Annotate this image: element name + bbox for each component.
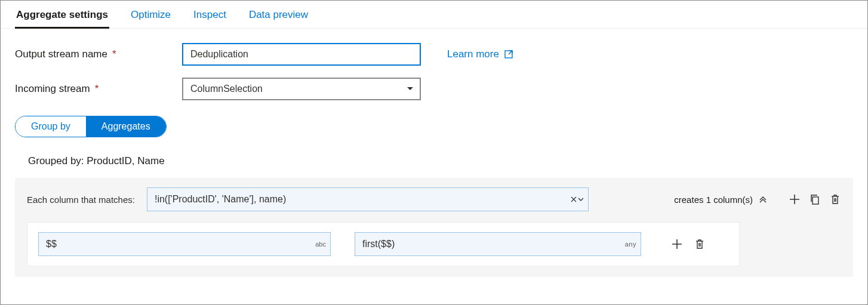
svg-rect-1	[812, 197, 818, 204]
incoming-stream-label-text: Incoming stream	[15, 83, 90, 95]
creates-columns-label: creates 1 column(s)	[674, 195, 767, 205]
output-stream-input[interactable]	[182, 43, 421, 66]
aggregate-expression-input[interactable]	[355, 232, 641, 256]
clear-x-icon[interactable]	[571, 196, 577, 202]
match-expression-wrap[interactable]	[147, 187, 589, 211]
learn-more-link[interactable]: Learn more	[447, 48, 513, 60]
output-stream-label-text: Output stream name	[15, 48, 107, 60]
tab-data-preview[interactable]: Data preview	[248, 9, 309, 29]
output-stream-row: Output stream name * Learn more	[15, 43, 853, 66]
incoming-stream-select-wrap[interactable]	[182, 78, 421, 100]
tab-inspect[interactable]: Inspect	[192, 9, 227, 29]
toggle-aggregates[interactable]: Aggregates	[86, 116, 166, 137]
column-name-pattern-input[interactable]	[38, 232, 331, 256]
add-icon[interactable]	[671, 238, 683, 250]
rule-actions	[671, 238, 706, 250]
output-stream-label: Output stream name *	[15, 48, 182, 60]
required-asterisk: *	[95, 83, 99, 95]
toggle-group-by[interactable]: Group by	[16, 116, 86, 137]
delete-icon[interactable]	[829, 193, 841, 205]
column-name-pattern-wrap[interactable]: abc	[38, 232, 331, 256]
learn-more-text: Learn more	[447, 48, 499, 60]
panel-body: Output stream name * Learn more I	[1, 29, 867, 289]
aggregate-settings-panel: Aggregate settings Optimize Inspect Data…	[0, 0, 868, 305]
pattern-header-row: Each column that matches: creates 1 colu…	[27, 187, 841, 211]
chevron-down-icon[interactable]	[578, 196, 584, 202]
aggregate-expression-wrap[interactable]: ANY	[355, 232, 641, 256]
required-asterisk: *	[112, 48, 116, 60]
incoming-stream-label: Incoming stream *	[15, 83, 182, 95]
copy-icon[interactable]	[809, 193, 821, 205]
tab-aggregate-settings[interactable]: Aggregate settings	[15, 9, 109, 29]
pattern-label: Each column that matches:	[27, 195, 135, 205]
add-icon[interactable]	[789, 193, 801, 205]
incoming-stream-select[interactable]	[182, 78, 421, 100]
grouped-by-summary: Grouped by: ProductID, Name	[28, 155, 853, 167]
tab-strip: Aggregate settings Optimize Inspect Data…	[1, 1, 867, 29]
incoming-stream-row: Incoming stream *	[15, 78, 853, 100]
external-link-icon	[504, 50, 513, 59]
column-pattern-section: Each column that matches: creates 1 colu…	[15, 178, 853, 277]
collapse-up-icon[interactable]	[759, 195, 767, 204]
pattern-actions	[789, 193, 841, 205]
aggregate-rule-row: abc ANY	[27, 222, 740, 266]
delete-icon[interactable]	[694, 238, 706, 250]
tab-optimize[interactable]: Optimize	[130, 9, 172, 29]
groupby-aggregates-toggle: Group by Aggregates	[15, 116, 167, 137]
creates-columns-text: creates 1 column(s)	[674, 195, 753, 205]
match-expression-input[interactable]	[147, 187, 589, 211]
expression-combo-controls[interactable]	[571, 196, 584, 202]
